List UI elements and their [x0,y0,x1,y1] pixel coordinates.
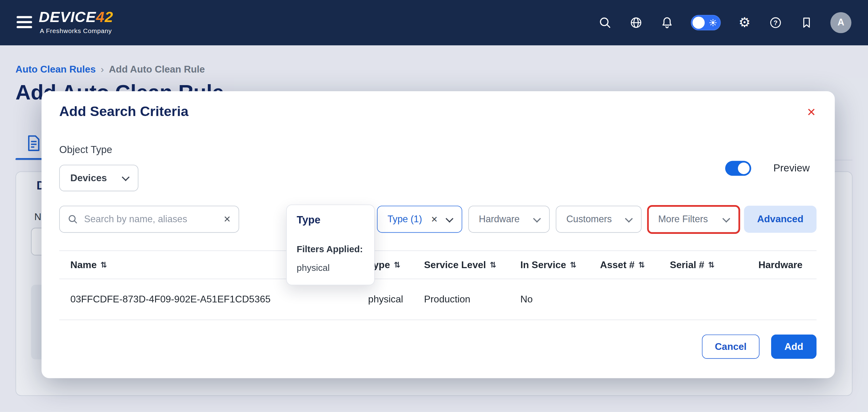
clear-search-icon[interactable]: ✕ [223,214,231,225]
cancel-button[interactable]: Cancel [702,335,760,359]
customers-filter-dropdown[interactable]: Customers [556,206,642,233]
brand-two: 2 [104,9,113,25]
theme-toggle[interactable] [691,15,721,31]
cell-service-level: Production [424,294,520,305]
top-nav-bar: DEVICE42 A Freshworks Company ⚙ ? [0,0,868,45]
brand-tagline: A Freshworks Company [40,28,112,34]
popover-applied-value: physical [297,263,330,273]
settings-gear-icon[interactable]: ⚙ [738,15,752,30]
column-header-service-level[interactable]: Service Level⇅ [424,259,520,271]
bookmark-icon[interactable] [799,15,814,30]
brand-four: 4 [96,9,104,25]
svg-text:?: ? [774,19,778,27]
add-button[interactable]: Add [771,335,816,359]
search-icon[interactable] [598,15,612,30]
notifications-bell-icon[interactable] [660,15,674,30]
hardware-filter-dropdown[interactable]: Hardware [468,206,550,233]
column-header-hardware[interactable]: Hardware [758,259,816,271]
close-icon[interactable]: ✕ [807,107,816,118]
table-header-row: Name⇅ Type⇅ Service Level⇅ In Service⇅ A… [59,250,816,279]
column-header-in-service[interactable]: In Service⇅ [521,259,600,271]
sort-icon: ⇅ [100,261,107,269]
results-table: Name⇅ Type⇅ Service Level⇅ In Service⇅ A… [59,250,816,320]
object-type-label: Object Type [59,144,112,156]
toggle-knob-icon [738,163,750,174]
remove-filter-icon[interactable]: ✕ [431,214,438,225]
search-icon [67,214,78,225]
column-label: Hardware [758,259,802,271]
cell-type: physical [368,294,424,305]
table-row[interactable]: 03FFCDFE-873D-4F09-902E-A51EF1CD5365 phy… [59,279,816,320]
type-filter-chip[interactable]: Type (1) ✕ [377,206,462,233]
chevron-down-icon [122,173,130,181]
chevron-down-icon [446,214,454,222]
type-filter-popover: Type Filters Applied: physical [286,204,375,285]
sort-icon: ⇅ [639,261,645,269]
object-type-value: Devices [70,172,107,184]
screen: DEVICE42 A Freshworks Company ⚙ ? [0,0,868,412]
more-filters-label: More Filters [658,214,708,225]
chevron-down-icon [533,214,541,222]
sort-icon: ⇅ [570,261,577,269]
column-label: Name [70,259,97,271]
avatar[interactable]: A [830,12,851,33]
toggle-knob-icon [692,16,705,29]
sort-icon: ⇅ [394,261,400,269]
brand-logo[interactable]: DEVICE42 [39,9,113,26]
advanced-button[interactable]: Advanced [744,206,816,233]
sort-icon: ⇅ [490,261,496,269]
sun-icon [709,19,717,26]
customers-filter-label: Customers [566,214,612,225]
column-label: In Service [521,259,566,271]
cell-name: 03FFCDFE-873D-4F09-902E-A51EF1CD5365 [59,294,368,305]
column-header-asset[interactable]: Asset #⇅ [600,259,670,271]
hamburger-menu-icon[interactable] [17,16,32,31]
column-header-type[interactable]: Type⇅ [368,259,424,271]
preview-toggle[interactable] [725,161,751,176]
add-search-criteria-modal: Add Search Criteria ✕ Object Type Device… [41,91,835,378]
more-filters-dropdown[interactable]: More Filters [648,206,739,233]
cell-in-service: No [521,294,600,305]
modal-title: Add Search Criteria [59,103,188,119]
search-input[interactable] [84,214,218,225]
help-icon[interactable]: ? [768,15,783,30]
column-header-serial[interactable]: Serial #⇅ [670,259,758,271]
header-actions: ⚙ ? A [598,0,851,45]
type-filter-label: Type (1) [388,214,422,225]
search-field: ✕ [59,206,239,233]
column-label: Service Level [424,259,486,271]
column-label: Asset # [600,259,634,271]
brand-device: DEVICE [39,9,96,25]
popover-applied-label: Filters Applied: [297,244,363,254]
chevron-down-icon [722,214,731,222]
popover-title: Type [297,214,320,226]
hardware-filter-label: Hardware [479,214,520,225]
preview-label: Preview [773,162,810,174]
globe-icon[interactable] [629,15,643,30]
sort-icon: ⇅ [708,261,715,269]
chevron-down-icon [625,214,633,222]
column-label: Serial # [670,259,704,271]
object-type-select[interactable]: Devices [59,165,138,191]
